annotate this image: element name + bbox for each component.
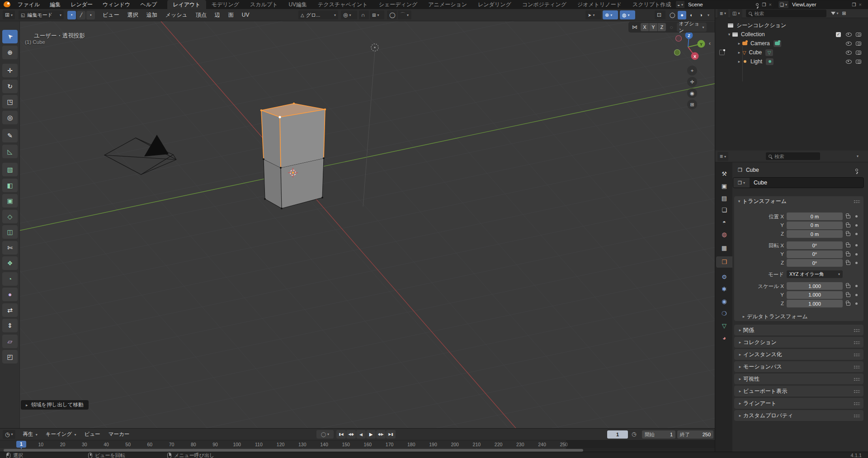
- workspace-tab-modeling[interactable]: モデリング: [206, 0, 245, 10]
- new-scene-icon[interactable]: ❐: [762, 2, 766, 7]
- lock-icon-scale-y[interactable]: [846, 294, 850, 297]
- transform-field-location-z[interactable]: 0 m: [787, 230, 843, 238]
- transform-field-rotation-x[interactable]: 0°: [787, 241, 843, 249]
- toggle-ortho-button[interactable]: ⊞: [687, 99, 697, 109]
- object-name-value[interactable]: Cube: [754, 179, 767, 186]
- workspace-tab-geometry-nodes[interactable]: ジオメトリノード: [572, 0, 627, 10]
- mode-dropdown[interactable]: ◱ 編集モード ▾: [19, 10, 64, 19]
- object-id-icon[interactable]: ❒▾: [733, 178, 750, 188]
- menu-file[interactable]: ファイル: [13, 1, 45, 9]
- lock-icon-rotation-x[interactable]: [846, 244, 850, 247]
- pin-id-icon[interactable]: [855, 169, 858, 171]
- timeline-editor-type-dropdown[interactable]: ◷▾: [3, 430, 15, 439]
- properties-tab-material[interactable]: ◕: [716, 332, 732, 344]
- outliner-item-label[interactable]: Camera: [750, 40, 770, 47]
- animate-dot-location-x[interactable]: [855, 215, 858, 217]
- panel-motion-paths[interactable]: ▸モーションパス: [734, 361, 863, 372]
- viewport-menu-mesh[interactable]: メッシュ: [161, 11, 192, 19]
- remove-view-layer-icon[interactable]: ×: [859, 2, 862, 7]
- zoom-button[interactable]: +: [687, 66, 697, 76]
- menu-window[interactable]: ウィンドウ: [98, 1, 135, 9]
- panel-collections[interactable]: ▸コレクション: [734, 337, 863, 348]
- transform-field-location-x[interactable]: 0 m: [787, 212, 843, 220]
- current-frame-field[interactable]: 1: [607, 430, 628, 439]
- tool-rip-region[interactable]: ◰: [2, 350, 18, 364]
- lock-icon-rotation-y[interactable]: [846, 253, 850, 256]
- rendered-shading-button[interactable]: ◑: [697, 11, 705, 19]
- camera-object[interactable]: [104, 135, 176, 175]
- panel-grip[interactable]: [854, 365, 860, 368]
- filter-icon[interactable]: [831, 12, 835, 15]
- menu-render[interactable]: レンダー: [66, 1, 98, 9]
- mirror-x-button[interactable]: X: [641, 23, 649, 31]
- tool-shear[interactable]: ▱: [2, 335, 18, 348]
- tool-bevel[interactable]: ◇: [2, 210, 18, 223]
- properties-search[interactable]: [766, 152, 820, 160]
- tool-annotate[interactable]: ✎: [2, 129, 18, 142]
- panel-custom-properties[interactable]: ▸カスタムプロパティ: [734, 410, 863, 421]
- disable-in-renders-icon[interactable]: [856, 42, 861, 46]
- properties-tab-object-data[interactable]: ▽: [716, 320, 732, 331]
- face-select-mode-button[interactable]: ▪: [86, 11, 95, 19]
- use-preview-range-icon[interactable]: ◷: [632, 431, 636, 437]
- properties-options-caret[interactable]: ▾: [857, 154, 859, 158]
- panel-grip[interactable]: [854, 378, 860, 381]
- viewport-menu-select[interactable]: 選択: [123, 11, 142, 19]
- panel-relations[interactable]: ▸関係: [734, 325, 863, 335]
- workspace-tab-uv-editing[interactable]: UV編集: [283, 0, 312, 10]
- exclude-checkbox[interactable]: ✓: [836, 32, 841, 37]
- xray-toggle[interactable]: ⊡: [655, 10, 665, 19]
- viewport-menu-uv[interactable]: UV: [238, 12, 254, 18]
- panel-grip[interactable]: [854, 341, 860, 344]
- transform-field-scale-y[interactable]: 1.000: [787, 291, 843, 299]
- disclosure-closed-icon[interactable]: ▸: [736, 50, 742, 55]
- workspace-tab-rendering[interactable]: レンダリング: [472, 0, 517, 10]
- scene-icon[interactable]: ◒▾: [676, 1, 684, 8]
- mirror-y-button[interactable]: Y: [649, 23, 657, 31]
- vertex-select-mode-button[interactable]: •: [67, 11, 76, 19]
- light-data-icon[interactable]: [766, 58, 774, 65]
- animate-dot-scale-x[interactable]: [855, 285, 858, 287]
- snap-dropdown[interactable]: ⊞▾: [370, 10, 384, 19]
- hide-in-viewport-icon[interactable]: [846, 51, 852, 55]
- pin-icon[interactable]: [756, 3, 759, 6]
- properties-tab-tool[interactable]: ⚒: [716, 168, 732, 179]
- tool-extrude-region[interactable]: ◧: [2, 179, 18, 192]
- viewport-canvas[interactable]: Z Y X ユーザー・透視投影 (1) Cube + ✛ ◉ ⊞ ‹ ▸ 領域を…: [0, 21, 715, 428]
- transform-field-rotation-y[interactable]: 0°: [787, 250, 843, 258]
- tool-spin[interactable]: ◔: [2, 272, 18, 286]
- tool-select-box[interactable]: ➤: [2, 30, 18, 43]
- tool-scale[interactable]: ◳: [2, 95, 18, 109]
- properties-tab-physics[interactable]: ◉: [716, 296, 732, 307]
- view-layer-icon[interactable]: ❏▾: [778, 1, 788, 8]
- animate-dot-rotation-z[interactable]: [855, 262, 858, 264]
- tool-measure[interactable]: ◺: [2, 145, 18, 158]
- solid-shading-button[interactable]: ●: [678, 11, 686, 19]
- proportional-falloff-dropdown[interactable]: ⌒▾: [398, 10, 411, 19]
- cube-object[interactable]: [260, 103, 326, 209]
- blender-logo-icon[interactable]: [4, 1, 10, 7]
- disable-in-renders-icon[interactable]: [856, 51, 861, 55]
- properties-editor-type-dropdown[interactable]: ≡▾: [717, 152, 728, 161]
- menu-edit[interactable]: 編集: [45, 1, 66, 9]
- tool-rotate[interactable]: ↻: [2, 80, 18, 93]
- camera-view-button[interactable]: ◉: [687, 88, 697, 98]
- tool-shrink-fatten[interactable]: ⇕: [2, 319, 18, 332]
- workspace-tab-scripting[interactable]: スクリプト作成: [627, 0, 676, 10]
- animate-dot-location-z[interactable]: [855, 233, 858, 235]
- panel-viewport-display[interactable]: ▸ビューポート表示: [734, 386, 863, 397]
- animate-dot-location-y[interactable]: [855, 224, 858, 227]
- overlays-dropdown[interactable]: ◍▾: [620, 10, 635, 19]
- transform-field-scale-x[interactable]: 1.000: [787, 282, 843, 290]
- light-object[interactable]: [363, 44, 378, 207]
- shading-dropdown-caret[interactable]: ▾: [708, 13, 709, 17]
- jump-to-start-button[interactable]: ▮◀: [336, 430, 346, 439]
- playback-sync-dropdown[interactable]: ◯▾: [316, 430, 334, 439]
- camera-data-icon[interactable]: [774, 40, 781, 47]
- outliner-search-input[interactable]: [755, 11, 824, 16]
- properties-tab-particles[interactable]: ✱: [716, 283, 732, 295]
- outliner-item-label[interactable]: Collection: [741, 31, 765, 38]
- outliner-search[interactable]: [746, 9, 826, 17]
- prev-keyframe-button[interactable]: ◀◆: [346, 430, 356, 439]
- new-collection-icon[interactable]: ⊞: [842, 10, 846, 16]
